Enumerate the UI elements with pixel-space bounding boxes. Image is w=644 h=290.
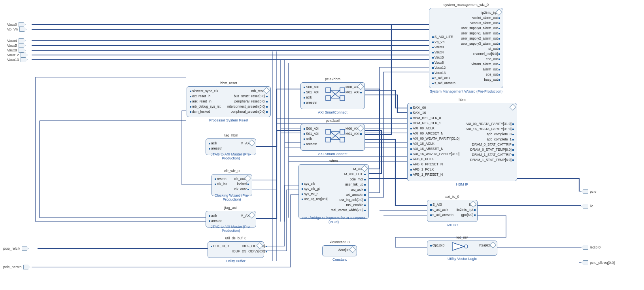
port[interactable]: peripheral_aresetn[0:0] bbox=[227, 110, 268, 114]
port[interactable]: APB_0_PCLK bbox=[410, 157, 459, 161]
port[interactable]: M_AXI bbox=[331, 167, 366, 171]
port[interactable]: aresetn bbox=[209, 219, 222, 223]
ext-port-iic[interactable]: iic bbox=[581, 204, 593, 208]
port[interactable]: aux_reset_in bbox=[190, 99, 221, 104]
block-jtag-hbm[interactable]: jtag_hbm aclkaresetn M_AXI JTAG to AXI M… bbox=[206, 138, 256, 155]
port[interactable]: aclk bbox=[209, 214, 222, 218]
port[interactable]: AXI_00_WDATA_PARITY[31:0] bbox=[410, 136, 459, 141]
port[interactable]: vccaux_alarm_out bbox=[461, 21, 500, 25]
block-design-canvas[interactable]: { "external_ports_left": { "vaux0":"Vaux… bbox=[0, 0, 644, 290]
port[interactable]: S01_AXI bbox=[304, 90, 319, 95]
port[interactable]: Vaux5 bbox=[432, 55, 455, 60]
ext-port-vaux12[interactable]: Vaux12 bbox=[7, 53, 28, 57]
port[interactable]: user_supply3_alarm_out bbox=[461, 42, 500, 46]
port[interactable]: mb_debug_sys_rst bbox=[190, 104, 221, 109]
port[interactable]: eos_out bbox=[461, 72, 500, 77]
port[interactable]: APB_0_PRESET_N bbox=[410, 162, 459, 167]
block-sysmgmt[interactable]: system_management_wiz_0 S_AXI_LITE Vp_Vn… bbox=[429, 8, 503, 88]
ext-port-vpvn[interactable]: Vp_Vn bbox=[7, 27, 26, 32]
port[interactable]: S_AXI_LITE bbox=[432, 35, 455, 39]
port[interactable]: Vaux4 bbox=[432, 50, 455, 55]
block-xlconstant[interactable]: xlconstant_0 dout[0:0] Constant bbox=[322, 245, 357, 256]
port[interactable]: sys_clk bbox=[302, 182, 328, 186]
port[interactable]: usr_irq_ack[0:0] bbox=[331, 198, 366, 202]
port[interactable]: AXI_00_ARESET_N bbox=[410, 131, 459, 136]
block-jtag-axil[interactable]: jtag_axil aclkaresetn M_AXI JTAG to AXI … bbox=[206, 211, 256, 227]
ext-port-led[interactable]: led[6:0] bbox=[581, 245, 602, 250]
port[interactable]: M01_AXI bbox=[346, 132, 362, 136]
port[interactable]: ip2intc_irpt bbox=[461, 11, 500, 15]
ext-port-vaux8[interactable]: Vaux8 bbox=[7, 48, 26, 53]
ext-port-vaux0[interactable]: Vaux0 bbox=[7, 22, 26, 27]
port[interactable]: sys_rst_n bbox=[302, 192, 328, 196]
port[interactable]: sys_clk_gt bbox=[302, 187, 328, 191]
block-axi-iic[interactable]: axi_iic_0 S_AXIs_axi_aclks_axi_aresetn I… bbox=[427, 200, 478, 222]
port[interactable]: IBUF_DS_ODIV2[0:0] bbox=[232, 249, 268, 254]
ext-port-vaux5[interactable]: Vaux5 bbox=[7, 43, 26, 48]
port[interactable]: SAXI_00 bbox=[410, 106, 459, 110]
port[interactable]: dcm_locked bbox=[190, 110, 221, 114]
port[interactable]: vbram_alarm_out bbox=[461, 62, 500, 66]
port[interactable]: user_supply0_alarm_out bbox=[461, 26, 500, 30]
port[interactable]: interconnect_aresetn[0:0] bbox=[227, 104, 268, 109]
port[interactable]: axi_aclk bbox=[331, 188, 366, 192]
ext-port-pcie-clkreq[interactable]: pcie_clkreq[0:0] bbox=[581, 260, 615, 265]
port[interactable]: clk_in1 bbox=[215, 182, 227, 186]
block-util-ds-buf[interactable]: util_ds_buf_0 CLK_IN_D IBUF_OUT[0:0]IBUF… bbox=[208, 241, 264, 258]
port[interactable]: mb_reset bbox=[227, 89, 268, 93]
port[interactable]: AXI_16_WDATA_PARITY[31:0] bbox=[410, 152, 459, 156]
ext-port-pcie[interactable]: pcie bbox=[581, 189, 597, 194]
port[interactable]: M_AXI_LITE bbox=[331, 172, 366, 176]
port[interactable]: Vp_Vn bbox=[432, 40, 455, 44]
port[interactable]: msi_vector_width[2:0] bbox=[331, 208, 366, 212]
port[interactable]: SAXI_16 bbox=[410, 111, 459, 115]
port[interactable]: eoc_out bbox=[461, 57, 500, 61]
block-hbm[interactable]: hbm SAXI_00 SAXI_16 HBM_REF_CLK_0 HBM_RE… bbox=[407, 103, 517, 181]
port[interactable]: vccint_alarm_out bbox=[461, 16, 500, 20]
block-xdma[interactable]: xdma sys_clk sys_clk_gt sys_rst_n usr_ir… bbox=[298, 164, 369, 219]
port[interactable]: bus_struct_reset[0:0] bbox=[227, 94, 268, 99]
port[interactable]: msi_enable bbox=[331, 203, 366, 207]
port[interactable]: ot_out bbox=[461, 47, 500, 51]
port[interactable]: s_axi_aclk bbox=[432, 76, 455, 80]
ext-port-vaux13[interactable]: Vaux13 bbox=[7, 57, 28, 62]
port[interactable]: clk_out2 bbox=[234, 187, 249, 191]
port[interactable]: resetn bbox=[215, 177, 227, 181]
port[interactable]: s_axi_aresetn bbox=[430, 213, 453, 217]
port[interactable]: aclk bbox=[304, 95, 319, 100]
port[interactable]: S_AXI bbox=[430, 203, 453, 207]
port[interactable]: Vaux0 bbox=[432, 45, 455, 49]
port[interactable]: channel_out[5:0] bbox=[461, 52, 500, 56]
port[interactable]: Vaux13 bbox=[432, 71, 455, 75]
port[interactable]: S00_AXI bbox=[304, 127, 319, 131]
port[interactable]: user_supply2_alarm_out bbox=[461, 36, 500, 41]
port[interactable]: apb_complete_0 bbox=[466, 132, 514, 136]
port[interactable]: APB_1_PCLK bbox=[410, 167, 459, 172]
port[interactable]: AXI_16_ACLK bbox=[410, 142, 459, 146]
port[interactable]: usr_irq_req[0:0] bbox=[302, 197, 328, 201]
port[interactable]: aclk bbox=[209, 141, 222, 146]
port[interactable]: aresetn bbox=[209, 146, 222, 151]
port[interactable]: APB_1_PRESET_N bbox=[410, 172, 459, 177]
port[interactable]: busy_out bbox=[461, 78, 500, 82]
port[interactable]: AXI_00_ACLK bbox=[410, 126, 459, 131]
port[interactable]: DRAM_0_STAT_TEMP[6:0] bbox=[466, 148, 514, 152]
port[interactable]: Vaux8 bbox=[432, 61, 455, 65]
ext-port-vaux4[interactable]: Vaux4 bbox=[7, 38, 26, 43]
port[interactable]: aclk bbox=[304, 137, 319, 141]
port[interactable]: AXI_16_ARESET_N bbox=[410, 147, 459, 151]
block-clk-wiz[interactable]: clk_wiz_0 resetnclk_in1 clk_out1lockedcl… bbox=[212, 174, 252, 196]
ext-port-pcie-refclk[interactable]: pcie_refclk bbox=[3, 246, 29, 251]
port[interactable]: DRAM_0_STAT_CATTRIP bbox=[466, 142, 514, 147]
port[interactable]: AXI_00_RDATA_PARITY[31:0] bbox=[466, 122, 514, 126]
port[interactable]: HBM_REF_CLK_1 bbox=[410, 121, 459, 125]
port[interactable]: peripheral_reset[0:0] bbox=[227, 99, 268, 104]
port[interactable]: DRAM_1_STAT_CATTRIP bbox=[466, 153, 514, 157]
port[interactable]: AXI_16_RDATA_PARITY[31:0] bbox=[466, 127, 514, 131]
port[interactable]: s_axi_aclk bbox=[430, 208, 453, 212]
port[interactable]: pcie_mgt bbox=[331, 177, 366, 182]
ext-port-pcie-perstn[interactable]: pcie_perstn bbox=[3, 265, 30, 269]
port[interactable]: s_axi_aresetn bbox=[432, 81, 455, 85]
port[interactable]: aresetn bbox=[304, 100, 319, 105]
port[interactable]: DRAM_1_STAT_TEMP[6:0] bbox=[466, 158, 514, 162]
